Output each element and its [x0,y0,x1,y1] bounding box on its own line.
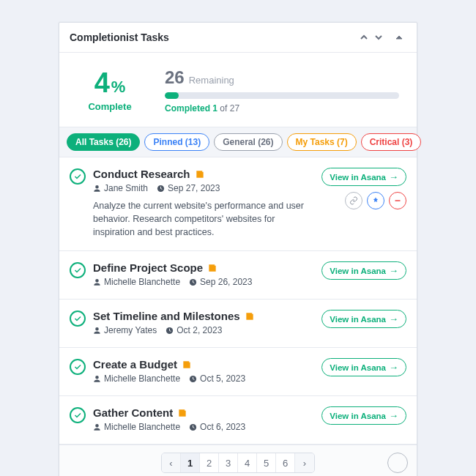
task-title: Set Timeline and Milestones [93,310,240,322]
page-number[interactable]: 2 [200,453,219,472]
page-number[interactable]: 1 [181,453,200,472]
task-date: Oct 6, 2023 [189,422,245,432]
panel-header: Completionist Tasks [59,23,417,53]
panel-title: Completionist Tasks [70,31,357,43]
arrow-right-icon: → [389,410,398,421]
note-icon [245,311,255,321]
task-description: Analyze the current website's performanc… [93,199,314,239]
pin-icon[interactable] [367,192,384,209]
remaining-count: 26 [165,67,185,88]
task-row: Define Project ScopeMichelle BlanchetteS… [59,251,417,300]
page-number[interactable]: 3 [219,453,238,472]
page-number[interactable]: 5 [257,453,276,472]
arrow-right-icon: → [389,313,398,324]
task-date: Sep 26, 2023 [189,277,252,287]
progress-text: Completed 1 of 27 [165,103,399,114]
task-row: Set Timeline and MilestonesJeremy YatesO… [59,300,417,348]
task-title: Conduct Research [93,168,190,180]
link-icon[interactable] [345,192,362,209]
task-assignee: Jeremy Yates [93,325,157,335]
task-date: Oct 5, 2023 [189,373,245,384]
view-in-asana-button[interactable]: View in Asana→ [321,310,406,328]
percent-value: 4 [94,69,110,97]
task-assignee: Jane Smith [93,183,148,193]
link-icon[interactable] [387,453,408,473]
filter-chip[interactable]: Pinned (13) [144,133,209,151]
summary-section: 4% Complete 26 Remaining Completed 1 of … [59,53,417,127]
remaining-block: 26 Remaining Completed 1 of 27 [165,67,399,114]
task-list: Conduct ResearchJane SmithSep 27, 2023An… [59,157,417,445]
task-checkbox[interactable] [70,407,86,423]
filter-chip[interactable]: My Tasks (7) [287,133,357,151]
filter-chip[interactable]: All Tasks (26) [67,133,140,151]
task-title: Create a Budget [93,358,177,371]
task-date: Oct 2, 2023 [166,325,222,335]
panel-footer: ‹123456› [59,445,417,476]
task-date: Sep 27, 2023 [157,183,220,193]
page-number[interactable]: 6 [276,453,295,472]
task-checkbox[interactable] [70,168,86,185]
task-row: Conduct ResearchJane SmithSep 27, 2023An… [59,157,417,251]
note-icon [195,169,205,179]
task-assignee: Michelle Blanchette [93,373,180,384]
view-in-asana-button[interactable]: View in Asana→ [321,168,406,186]
note-icon [177,408,187,418]
percent-sign: % [111,78,126,96]
collapse-icon[interactable] [392,30,406,45]
filter-chip[interactable]: General (26) [214,133,282,151]
pagination: ‹123456› [161,453,315,473]
view-in-asana-button[interactable]: View in Asana→ [321,261,406,280]
task-title: Gather Content [93,406,173,419]
note-icon [207,263,217,273]
task-checkbox[interactable] [70,310,86,327]
arrow-right-icon: → [389,265,398,276]
complete-label: Complete [77,101,143,112]
task-title: Define Project Scope [93,261,203,274]
page-next[interactable]: › [295,453,314,472]
arrow-right-icon: → [389,171,398,182]
task-row: Create a BudgetMichelle BlanchetteOct 5,… [59,348,417,396]
task-checkbox[interactable] [70,262,86,278]
arrow-right-icon: → [389,362,398,373]
page-prev[interactable]: ‹ [162,453,181,472]
filter-chip[interactable]: Critical (3) [361,133,422,151]
task-action-icons [345,192,406,209]
view-in-asana-button[interactable]: View in Asana→ [321,406,406,425]
remove-icon[interactable] [389,192,406,209]
task-assignee: Michelle Blanchette [93,422,180,432]
task-row: Gather ContentMichelle BlanchetteOct 6, … [59,396,417,445]
note-icon [182,360,192,370]
chevron-up-icon[interactable] [357,30,371,45]
page-number[interactable]: 4 [238,453,257,472]
progress-fill [165,92,179,99]
task-checkbox[interactable] [70,359,86,375]
chevron-down-icon[interactable] [371,30,386,45]
view-in-asana-button[interactable]: View in Asana→ [321,358,406,376]
filter-bar: All Tasks (26)Pinned (13)General (26)My … [59,127,417,157]
completionist-panel: Completionist Tasks 4% Complete 26 Remai… [59,22,417,476]
remaining-label: Remaining [189,75,234,86]
task-assignee: Michelle Blanchette [93,277,180,287]
progress-bar [165,92,399,99]
percent-complete: 4% Complete [77,69,143,112]
